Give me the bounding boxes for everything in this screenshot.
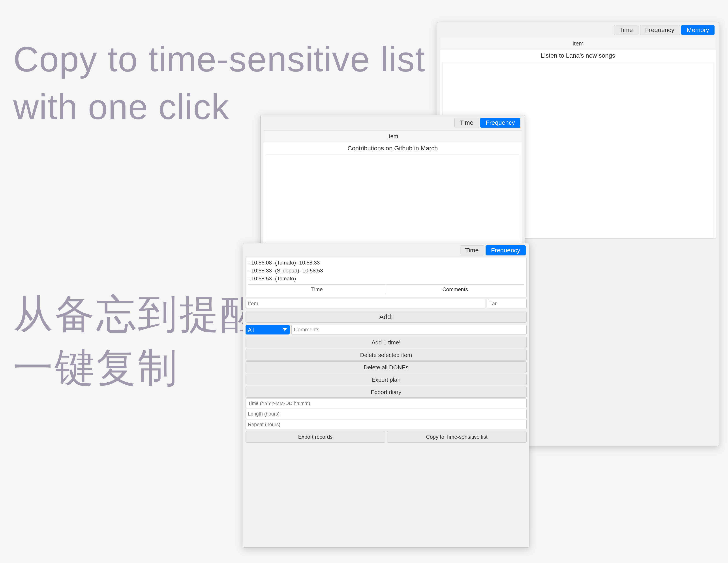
- record-3: - 10:58:53 -(Tomato): [248, 275, 524, 282]
- front-time-input[interactable]: [246, 399, 527, 408]
- records-time-col: Time: [248, 285, 386, 294]
- tab-frequency-front[interactable]: Frequency: [486, 245, 526, 255]
- tab-time-front[interactable]: Time: [460, 245, 484, 255]
- front-target-input[interactable]: [487, 299, 527, 309]
- front-export-plan-btn[interactable]: Export plan: [246, 374, 527, 385]
- record-1: - 10:56:08 -(Tomato)- 10:58:33: [248, 259, 524, 266]
- front-delete-selected-btn[interactable]: Delete selected item: [246, 349, 527, 361]
- front-item-row: [243, 297, 529, 310]
- memory-item-1: Listen to Lana's new songs: [440, 49, 716, 62]
- front-controls-row: All: [243, 324, 529, 336]
- front-export-records-btn[interactable]: Export records: [246, 431, 385, 443]
- front-dropdown[interactable]: All: [246, 325, 290, 335]
- hero-text-zh: 从备忘到提醒 一键复制: [13, 287, 262, 394]
- records-table-header: Time Comments: [248, 285, 524, 294]
- memory-tab-bar: Time Frequency Memory: [437, 22, 719, 35]
- front-repeat-input[interactable]: [246, 420, 527, 430]
- tab-frequency-back[interactable]: Frequency: [480, 118, 520, 128]
- freq-back-item-1: Contributions on Github in March: [263, 142, 522, 154]
- tab-frequency[interactable]: Frequency: [640, 25, 680, 35]
- front-length-input[interactable]: [246, 409, 527, 419]
- front-add-row: Add!: [243, 310, 529, 324]
- frequency-tab-bar-back: Time Frequency: [261, 115, 525, 128]
- front-export-diary-btn[interactable]: Export diary: [246, 386, 527, 398]
- records-comments-col: Comments: [386, 285, 524, 294]
- tab-time-back[interactable]: Time: [454, 118, 479, 128]
- record-2: - 10:58:33 -(Slidepad)- 10:58:53: [248, 267, 524, 274]
- front-delete-all-btn[interactable]: Delete all DONEs: [246, 362, 527, 373]
- front-bottom-row: Export records Copy to Time-sensitive li…: [243, 430, 529, 444]
- tab-time[interactable]: Time: [614, 25, 638, 35]
- freq-back-col-header: Item: [263, 131, 522, 142]
- records-area: - 10:56:08 -(Tomato)- 10:58:33 - 10:58:3…: [246, 257, 527, 297]
- frequency-window-front: Time Frequency - 10:56:08 -(Tomato)- 10:…: [243, 243, 529, 548]
- front-copy-btn[interactable]: Copy to Time-sensitive list: [387, 431, 527, 443]
- memory-col-header: Item: [440, 38, 716, 49]
- front-add-btn[interactable]: Add!: [246, 311, 527, 323]
- tab-memory[interactable]: Memory: [681, 25, 715, 35]
- front-item-input[interactable]: [246, 299, 485, 309]
- front-add-1-time-btn[interactable]: Add 1 time!: [246, 337, 527, 348]
- front-comments[interactable]: [291, 325, 527, 335]
- front-tab-bar: Time Frequency: [243, 243, 529, 255]
